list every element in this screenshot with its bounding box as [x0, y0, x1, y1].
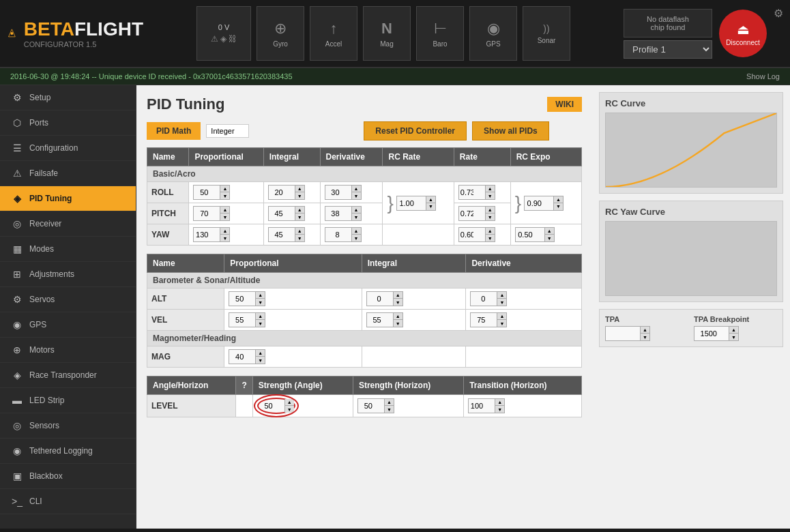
sidebar-item-sensors[interactable]: ◎ Sensors: [0, 413, 136, 439]
vel-integral-input[interactable]: ▲ ▼: [366, 312, 403, 327]
alt-int-field[interactable]: [367, 293, 393, 304]
yaw-int-down[interactable]: ▼: [295, 235, 304, 241]
vel-int-field[interactable]: [367, 314, 393, 325]
wiki-button[interactable]: WIKI: [547, 97, 582, 112]
sidebar-item-gps[interactable]: ◉ GPS: [0, 312, 136, 338]
level-horizon-up[interactable]: ▲: [384, 399, 394, 406]
yaw-expo-down[interactable]: ▼: [544, 235, 554, 241]
roll-rate-field[interactable]: [459, 187, 485, 198]
alt-int-down[interactable]: ▼: [393, 299, 403, 306]
integer-select[interactable]: Integer: [206, 124, 249, 138]
tpa-down[interactable]: ▼: [640, 334, 649, 340]
level-transition-up[interactable]: ▲: [495, 399, 504, 406]
pitch-int-up[interactable]: ▲: [295, 207, 304, 213]
mag-prop-up[interactable]: ▲: [255, 350, 265, 357]
alt-integral-input[interactable]: ▲ ▼: [366, 291, 403, 306]
roll-deriv-field[interactable]: [325, 187, 351, 198]
yaw-rate-input[interactable]: ▲ ▼: [458, 227, 495, 242]
pitch-rate-field[interactable]: [459, 208, 485, 219]
yaw-derivative-input[interactable]: ▲ ▼: [325, 227, 362, 242]
reset-pid-button[interactable]: Reset PID Controller: [364, 121, 467, 141]
roll-integral-field[interactable]: [269, 187, 295, 198]
level-strength-angle-input[interactable]: ▲ ▼: [257, 398, 295, 414]
sidebar-item-receiver[interactable]: ◎ Receiver: [0, 211, 136, 237]
sidebar-item-setup[interactable]: ⚙ Setup: [0, 85, 136, 110]
roll-rate-up[interactable]: ▲: [485, 186, 495, 192]
vel-deriv-field[interactable]: [471, 314, 497, 325]
tpa-bp-up[interactable]: ▲: [729, 327, 738, 334]
yaw-rate-down[interactable]: ▼: [485, 235, 495, 241]
yaw-deriv-down[interactable]: ▼: [351, 235, 361, 241]
rc-rate-field[interactable]: [397, 198, 426, 209]
show-log-button[interactable]: Show Log: [746, 72, 780, 80]
settings-icon[interactable]: ⚙: [774, 7, 783, 20]
tpa-breakpoint-input[interactable]: ▲ ▼: [694, 326, 739, 341]
sidebar-item-race-transponder[interactable]: ◈ Race Transponder: [0, 363, 136, 388]
profile-select[interactable]: Profile 1 Profile 2 Profile 3: [624, 40, 712, 59]
pitch-int-down[interactable]: ▼: [295, 213, 304, 220]
pitch-proportional-input[interactable]: ▲ ▼: [193, 206, 230, 221]
roll-proportional-input[interactable]: ▲ ▼: [193, 185, 230, 200]
roll-integral-input[interactable]: ▲ ▼: [268, 185, 305, 200]
sidebar-item-configuration[interactable]: ☰ Configuration: [0, 136, 136, 161]
yaw-deriv-field[interactable]: [325, 229, 351, 240]
alt-deriv-field[interactable]: [471, 293, 497, 304]
vel-prop-up[interactable]: ▲: [255, 313, 265, 320]
yaw-rate-up[interactable]: ▲: [485, 228, 495, 235]
sidebar-item-cli[interactable]: >_ CLI: [0, 489, 136, 514]
yaw-deriv-up[interactable]: ▲: [351, 228, 361, 235]
pitch-prop-down[interactable]: ▼: [220, 213, 229, 220]
pitch-prop-up[interactable]: ▲: [220, 207, 229, 213]
sidebar-item-blackbox[interactable]: ▣ Blackbox: [0, 464, 136, 489]
yaw-rate-field[interactable]: [459, 229, 485, 240]
vel-proportional-input[interactable]: ▲ ▼: [229, 312, 265, 327]
yaw-int-up[interactable]: ▲: [295, 228, 304, 235]
vel-derivative-input[interactable]: ▲ ▼: [470, 312, 507, 327]
sensor-gyro[interactable]: ⊕ Gyro: [257, 6, 304, 61]
tpa-input[interactable]: ▲ ▼: [605, 326, 650, 341]
tpa-up[interactable]: ▲: [640, 327, 649, 334]
sensor-sonar[interactable]: )) Sonar: [523, 6, 570, 61]
vel-int-up[interactable]: ▲: [393, 313, 403, 320]
vel-prop-field[interactable]: [229, 314, 255, 325]
yaw-rc-expo-input[interactable]: ▲ ▼: [515, 227, 555, 242]
alt-proportional-input[interactable]: ▲ ▼: [229, 291, 265, 306]
disconnect-button[interactable]: ⏏ Disconnect: [719, 10, 767, 57]
alt-prop-up[interactable]: ▲: [255, 292, 265, 299]
alt-deriv-down[interactable]: ▼: [497, 299, 506, 306]
level-strength-up[interactable]: ▲: [284, 399, 294, 406]
pitch-proportional-field[interactable]: [194, 208, 220, 219]
pitch-rate-up[interactable]: ▲: [485, 207, 495, 213]
rc-expo-up[interactable]: ▲: [553, 196, 563, 203]
mag-prop-down[interactable]: ▼: [255, 357, 265, 364]
level-transition-input[interactable]: ▲ ▼: [468, 398, 505, 413]
pitch-rate-down[interactable]: ▼: [485, 213, 495, 220]
roll-int-up[interactable]: ▲: [295, 186, 304, 192]
sensor-mag[interactable]: N Mag: [363, 6, 411, 61]
yaw-integral-field[interactable]: [269, 229, 295, 240]
hint-icon[interactable]: ?: [236, 376, 252, 395]
level-transition-field[interactable]: [469, 400, 495, 411]
alt-derivative-input[interactable]: ▲ ▼: [470, 291, 507, 306]
pitch-deriv-field[interactable]: [325, 208, 351, 219]
alt-deriv-up[interactable]: ▲: [497, 292, 506, 299]
level-strength-angle-field[interactable]: [259, 400, 284, 411]
rc-expo-field[interactable]: [525, 198, 553, 209]
sidebar-item-led-strip[interactable]: ▬ LED Strip: [0, 388, 136, 413]
pid-math-tab[interactable]: PID Math: [147, 122, 201, 140]
sensor-baro[interactable]: ⊢ Baro: [416, 6, 464, 61]
rc-rate-up[interactable]: ▲: [426, 196, 435, 203]
show-all-pids-button[interactable]: Show all PIDs: [472, 121, 549, 141]
yaw-prop-up[interactable]: ▲: [220, 228, 229, 235]
roll-prop-down[interactable]: ▼: [220, 192, 229, 199]
yaw-expo-up[interactable]: ▲: [544, 228, 554, 235]
roll-derivative-input[interactable]: ▲ ▼: [325, 185, 362, 200]
sidebar-item-ports[interactable]: ⬡ Ports: [0, 110, 136, 136]
roll-prop-up[interactable]: ▲: [220, 186, 229, 192]
level-strength-horizon-input[interactable]: ▲ ▼: [357, 398, 394, 413]
rc-expo-down[interactable]: ▼: [553, 203, 563, 210]
level-horizon-field[interactable]: [358, 400, 384, 411]
roll-int-down[interactable]: ▼: [295, 192, 304, 199]
yaw-proportional-input[interactable]: ▲ ▼: [193, 227, 230, 242]
vel-int-down[interactable]: ▼: [393, 320, 403, 327]
